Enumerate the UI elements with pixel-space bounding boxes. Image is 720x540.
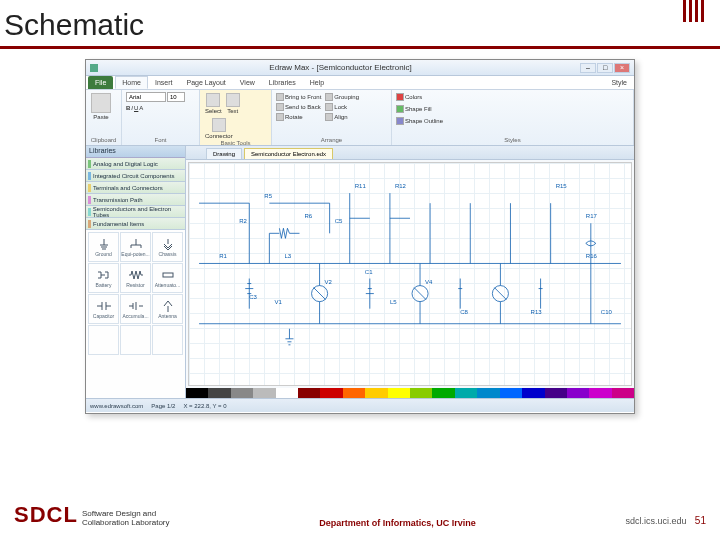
ribbon-group-font: BIUA Font xyxy=(122,90,200,145)
svg-text:R12: R12 xyxy=(395,183,407,189)
svg-text:C1: C1 xyxy=(365,269,373,275)
palette-swatch[interactable] xyxy=(432,388,454,398)
svg-text:V4: V4 xyxy=(425,279,433,285)
tab-help[interactable]: Help xyxy=(303,76,331,89)
doc-tab-drawing[interactable]: Drawing xyxy=(206,148,242,159)
group-icon xyxy=(325,93,333,101)
lib-category[interactable]: Transmission Path xyxy=(86,194,185,206)
sdcl-logo: SDCL Software Design and Collaboration L… xyxy=(14,502,170,528)
shape-item[interactable]: Battery xyxy=(88,263,119,293)
text-tool[interactable]: Text xyxy=(225,92,241,115)
tab-libraries[interactable]: Libraries xyxy=(262,76,303,89)
connector-tool[interactable]: Connector xyxy=(204,117,234,140)
group-label-font: Font xyxy=(126,137,195,143)
category-color-icon xyxy=(88,160,91,168)
group-label-styles: Styles xyxy=(396,137,629,143)
palette-swatch[interactable] xyxy=(410,388,432,398)
lib-category[interactable]: Semiconductors and Electron Tubes xyxy=(86,206,185,218)
ribbon-tabs: File Home Insert Page Layout View Librar… xyxy=(86,76,634,90)
ribbon-group-tools: Select Text Connector Basic Tools xyxy=(200,90,272,145)
palette-swatch[interactable] xyxy=(477,388,499,398)
palette-swatch[interactable] xyxy=(276,388,298,398)
font-size-input[interactable] xyxy=(167,92,185,102)
svg-rect-0 xyxy=(163,273,173,277)
palette-swatch[interactable] xyxy=(455,388,477,398)
palette-swatch[interactable] xyxy=(231,388,253,398)
shape-item[interactable]: Accumula... xyxy=(120,294,151,324)
tab-file[interactable]: File xyxy=(88,76,113,89)
shape-item[interactable] xyxy=(120,325,151,355)
shape-item[interactable] xyxy=(152,325,183,355)
status-coords: X = 222.8, Y = 0 xyxy=(183,403,226,409)
palette-swatch[interactable] xyxy=(589,388,611,398)
app-icon xyxy=(90,64,98,72)
lib-category[interactable]: Analog and Digital Logic xyxy=(86,158,185,170)
align-button[interactable]: Align xyxy=(325,112,359,122)
shape-item[interactable] xyxy=(88,325,119,355)
shape-item[interactable]: Capacitor xyxy=(88,294,119,324)
shape-item[interactable]: Antenna xyxy=(152,294,183,324)
svg-text:R1: R1 xyxy=(219,253,227,259)
palette-swatch[interactable] xyxy=(365,388,387,398)
ribbon-group-clipboard: Paste Clipboard xyxy=(86,90,122,145)
svg-text:R6: R6 xyxy=(305,213,313,219)
shape-outline-button[interactable]: Shape Outline xyxy=(396,116,629,126)
palette-swatch[interactable] xyxy=(545,388,567,398)
window-controls: – □ × xyxy=(580,63,630,73)
palette-swatch[interactable] xyxy=(253,388,275,398)
send-back-button[interactable]: Send to Back xyxy=(276,102,321,112)
palette-swatch[interactable] xyxy=(612,388,634,398)
doc-tabs: Drawing Semiconductor Electron.edx xyxy=(186,146,634,160)
shape-item[interactable]: Ground xyxy=(88,232,119,262)
bring-front-button[interactable]: Bring to Front xyxy=(276,92,321,102)
palette-swatch[interactable] xyxy=(522,388,544,398)
footer-dept: Department of Informatics, UC Irvine xyxy=(319,518,476,528)
palette-swatch[interactable] xyxy=(388,388,410,398)
palette-swatch[interactable] xyxy=(320,388,342,398)
color-palette[interactable] xyxy=(186,388,634,398)
palette-swatch[interactable] xyxy=(298,388,320,398)
libraries-header: Libraries xyxy=(86,146,185,158)
svg-text:R17: R17 xyxy=(586,213,598,219)
close-button[interactable]: × xyxy=(614,63,630,73)
minimize-button[interactable]: – xyxy=(580,63,596,73)
tab-page-layout[interactable]: Page Layout xyxy=(179,76,232,89)
svg-text:C8: C8 xyxy=(460,309,468,315)
palette-swatch[interactable] xyxy=(343,388,365,398)
paste-button[interactable]: Paste xyxy=(90,92,112,121)
svg-text:L5: L5 xyxy=(390,299,397,305)
svg-text:R13: R13 xyxy=(531,309,543,315)
shape-item[interactable]: Attenuato... xyxy=(152,263,183,293)
palette-swatch[interactable] xyxy=(500,388,522,398)
shape-fill-button[interactable]: Shape Fill xyxy=(396,104,629,114)
drawing-canvas[interactable]: R11R12R15R5R6R2C5R1C1L3R17R16V4V2C3L5V1C… xyxy=(188,162,632,386)
paste-icon xyxy=(91,93,111,113)
palette-swatch[interactable] xyxy=(208,388,230,398)
shape-item[interactable]: Chassis xyxy=(152,232,183,262)
grouping-button[interactable]: Grouping xyxy=(325,92,359,102)
lib-category[interactable]: Fundamental Items xyxy=(86,218,185,230)
colors-button[interactable]: Colors xyxy=(396,92,629,102)
titlebar[interactable]: Edraw Max - [Semiconductor Electronic] –… xyxy=(86,60,634,76)
tab-home[interactable]: Home xyxy=(115,76,148,89)
lib-category[interactable]: Integrated Circuit Components xyxy=(86,170,185,182)
maximize-button[interactable]: □ xyxy=(597,63,613,73)
shape-item[interactable]: Equi-poten... xyxy=(120,232,151,262)
tab-insert[interactable]: Insert xyxy=(148,76,180,89)
shape-item[interactable]: Resistor xyxy=(120,263,151,293)
work-area: Libraries Analog and Digital LogicIntegr… xyxy=(86,146,634,398)
svg-text:R2: R2 xyxy=(239,218,247,224)
palette-swatch[interactable] xyxy=(567,388,589,398)
select-tool[interactable]: Select xyxy=(204,92,223,115)
libraries-panel: Libraries Analog and Digital LogicIntegr… xyxy=(86,146,186,398)
sdcl-acronym: SDCL xyxy=(14,502,78,528)
tab-view[interactable]: View xyxy=(233,76,262,89)
doc-tab-current[interactable]: Semiconductor Electron.edx xyxy=(244,148,333,159)
lock-button[interactable]: Lock xyxy=(325,102,359,112)
style-dropdown[interactable]: Style xyxy=(604,76,634,89)
lib-category[interactable]: Terminals and Connectors xyxy=(86,182,185,194)
font-name-input[interactable] xyxy=(126,92,166,102)
rotate-button[interactable]: Rotate xyxy=(276,112,321,122)
category-color-icon xyxy=(88,208,91,216)
palette-swatch[interactable] xyxy=(186,388,208,398)
